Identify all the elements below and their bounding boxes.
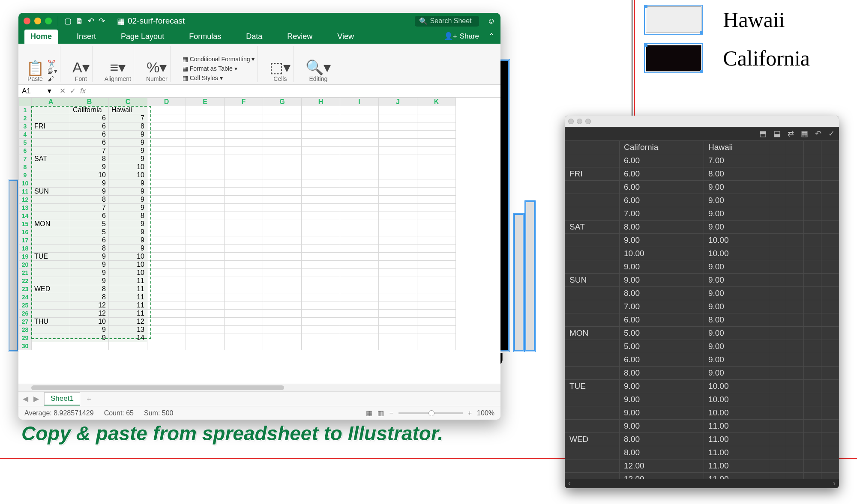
panel-toolbar: ⬒ ⬓ ⇄ ▦ ↶ ✓ [565, 127, 839, 140]
tab-review[interactable]: Review [281, 30, 318, 44]
font-icon[interactable]: A▾ [72, 60, 90, 75]
conditional-formatting-button[interactable]: ▦ Conditional Formatting ▾ [183, 55, 255, 63]
zoom-in-icon[interactable]: + [468, 409, 472, 417]
format-as-table-button[interactable]: ▦ Format as Table ▾ [183, 64, 237, 73]
autosave-icon[interactable]: 🗎 [76, 17, 84, 26]
ribbon: 📋 Paste ✂️ 🗐▾ 🖌 A▾ Font ≡▾ Alignment %▾ … [18, 44, 500, 85]
cells-icon[interactable]: ⬚▾ [270, 60, 291, 75]
revert-icon[interactable]: ↶ [815, 129, 821, 138]
legend-swatch-hawaii[interactable] [646, 6, 701, 33]
paste-icon[interactable]: 📋 [26, 61, 44, 75]
document-title: ▦ 02-surf-forecast [117, 16, 185, 26]
sheet-tab[interactable]: Sheet1 [44, 392, 80, 406]
sheet-tabs: ◀ ▶ Sheet1 ＋ [18, 391, 500, 406]
number-icon[interactable]: %▾ [147, 60, 167, 75]
document-title-text: 02-surf-forecast [128, 16, 185, 26]
cell-styles-button[interactable]: ▦ Cell Styles ▾ [183, 74, 223, 82]
minimize-icon[interactable] [34, 18, 41, 24]
zoom-level: 100% [477, 409, 494, 417]
editing-icon[interactable]: 🔍▾ [306, 60, 331, 75]
horizontal-scrollbar[interactable] [18, 384, 500, 391]
apply-icon[interactable]: ✓ [828, 129, 835, 138]
close-icon[interactable] [24, 18, 30, 24]
tab-page-layout[interactable]: Page Layout [115, 30, 170, 44]
redo-icon[interactable]: ↷ [99, 16, 105, 26]
window-controls[interactable] [24, 18, 52, 24]
chart-legend: Hawaii California [646, 6, 810, 84]
sheet-nav-prev-icon[interactable]: ◀ [23, 394, 28, 403]
status-average: Average: 8.928571429 [24, 409, 94, 417]
cell-style-icon[interactable]: ▦ [801, 129, 808, 138]
transpose-icon[interactable]: ⬓ [773, 129, 781, 138]
panel-minimize-icon[interactable] [577, 119, 582, 124]
panel-grid[interactable]: CaliforniaHawaii6.007.00FRI6.008.006.009… [565, 140, 839, 479]
format-painter-icon[interactable]: 🖌 [48, 75, 54, 82]
sheet-nav-next-icon[interactable]: ▶ [33, 394, 39, 403]
tab-formulas[interactable]: Formulas [183, 30, 227, 44]
share-icon: 👤+ [444, 32, 457, 41]
alignment-label: Alignment [105, 75, 131, 82]
fx-label[interactable]: fx [80, 87, 86, 95]
zoom-out-icon[interactable]: − [389, 409, 393, 417]
save-icon[interactable]: ▢ [64, 16, 72, 26]
legend-label-hawaii: Hawaii [723, 7, 785, 32]
add-sheet-icon[interactable]: ＋ [85, 394, 93, 404]
scrollbar-thumb[interactable] [31, 385, 284, 390]
ribbon-group-number: %▾ Number [144, 46, 171, 82]
panel-close-icon[interactable] [568, 119, 574, 124]
instruction-caption: Copy & paste from spreadsheet to Illustr… [21, 422, 443, 445]
ribbon-group-editing: 🔍▾ Editing [303, 46, 333, 82]
ribbon-tabs: Home Insert Page Layout Formulas Data Re… [18, 29, 500, 44]
undo-icon[interactable]: ↶ [88, 16, 94, 26]
status-sum: Sum: 500 [144, 409, 173, 417]
import-data-icon[interactable]: ⬒ [759, 129, 767, 138]
cancel-formula-icon[interactable]: ✕ [60, 86, 66, 95]
tab-view[interactable]: View [331, 30, 360, 44]
illustrator-graph-data-panel[interactable]: ⬒ ⬓ ⇄ ▦ ↶ ✓ CaliforniaHawaii6.007.00FRI6… [565, 116, 839, 488]
view-page-icon[interactable]: ▥ [378, 409, 384, 417]
collapse-ribbon-icon[interactable]: ⌃ [488, 32, 494, 41]
paste-label: Paste [27, 75, 43, 82]
tab-insert[interactable]: Insert [71, 30, 102, 44]
switch-xy-icon[interactable]: ⇄ [788, 129, 794, 138]
name-box[interactable]: A1▾ [18, 86, 55, 95]
search-input[interactable]: 🔍 Search Sheet [415, 16, 479, 27]
font-label: Font [75, 75, 87, 82]
alignment-icon[interactable]: ≡▾ [110, 60, 126, 75]
panel-footer: ‹› [565, 479, 839, 488]
ribbon-group-alignment: ≡▾ Alignment [102, 46, 134, 82]
panel-titlebar[interactable] [565, 116, 839, 127]
cut-icon[interactable]: ✂️ [48, 60, 56, 67]
ribbon-group-clipboard: 📋 Paste ✂️ 🗐▾ 🖌 [24, 46, 60, 82]
maximize-icon[interactable] [45, 18, 52, 24]
legend-label-california: California [723, 46, 810, 71]
chevron-down-icon[interactable]: ▾ [48, 86, 51, 95]
status-bar: Average: 8.928571429 Count: 65 Sum: 500 … [18, 406, 500, 420]
cells-label: Cells [273, 75, 287, 82]
editing-label: Editing [309, 75, 327, 82]
ribbon-group-cells: ⬚▾ Cells [267, 46, 294, 82]
titlebar[interactable]: ▢ 🗎 ↶ ↷ ▦ 02-surf-forecast 🔍 Search Shee… [18, 13, 500, 29]
panel-maximize-icon[interactable] [585, 119, 591, 124]
view-normal-icon[interactable]: ▦ [366, 409, 372, 417]
search-icon: 🔍 [419, 17, 428, 25]
excel-window: ▢ 🗎 ↶ ↷ ▦ 02-surf-forecast 🔍 Search Shee… [18, 13, 500, 420]
number-label: Number [146, 75, 168, 82]
tab-data[interactable]: Data [240, 30, 268, 44]
copy-icon[interactable]: 🗐▾ [48, 67, 57, 75]
ribbon-group-styles: ▦ Conditional Formatting ▾ ▦ Format as T… [180, 46, 258, 82]
search-placeholder: Search Sheet [430, 17, 472, 25]
formula-bar: A1▾ ✕ ✓ fx [18, 85, 500, 98]
tab-home[interactable]: Home [24, 30, 58, 44]
legend-swatch-california[interactable] [646, 45, 701, 72]
status-count: Count: 65 [104, 409, 134, 417]
zoom-slider[interactable] [399, 412, 463, 414]
spreadsheet-grid[interactable]: ABCDEFGHIJK1CaliforniaHawaii2673FRI68469… [18, 98, 500, 384]
feedback-icon[interactable]: ☺ [488, 17, 495, 26]
excel-file-icon: ▦ [117, 16, 125, 26]
ribbon-group-font: A▾ Font [70, 46, 93, 82]
share-button[interactable]: 👤+Share [444, 32, 479, 41]
accept-formula-icon[interactable]: ✓ [70, 86, 76, 95]
